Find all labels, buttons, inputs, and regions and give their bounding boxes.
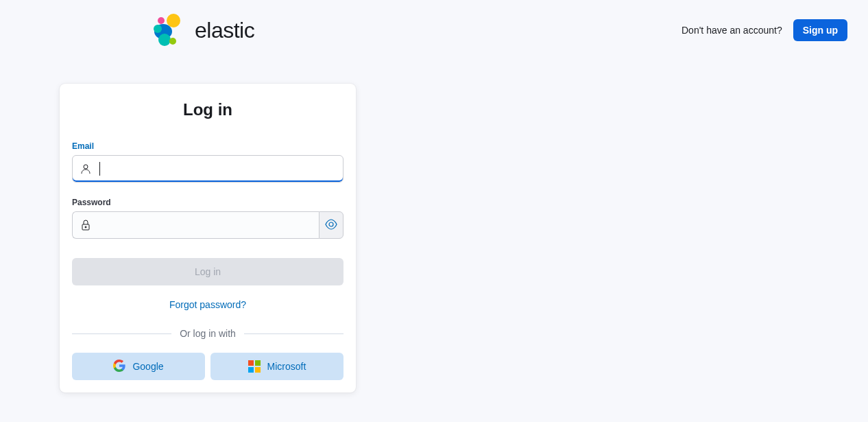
divider-line-left (72, 333, 171, 334)
microsoft-label: Microsoft (267, 361, 306, 372)
svg-point-0 (167, 14, 180, 27)
microsoft-icon (248, 360, 261, 373)
toggle-password-visibility-button[interactable] (319, 211, 343, 239)
svg-point-9 (329, 222, 333, 226)
password-input-wrap (72, 211, 343, 239)
svg-point-8 (85, 226, 86, 228)
password-input[interactable] (72, 211, 319, 239)
email-input[interactable] (72, 155, 343, 183)
text-cursor (99, 162, 100, 176)
brand-name: elastic (195, 18, 254, 43)
divider-text: Or log in with (180, 328, 236, 339)
header-actions: Don't have an account? Sign up (682, 19, 847, 41)
lock-icon (80, 220, 91, 231)
email-input-wrap (72, 155, 343, 183)
divider-line-right (244, 333, 343, 334)
social-buttons: Google Microsoft (72, 353, 343, 380)
login-button[interactable]: Log in (72, 258, 343, 285)
signup-button[interactable]: Sign up (793, 19, 847, 41)
user-icon (80, 163, 91, 174)
svg-point-6 (84, 165, 88, 169)
svg-point-1 (158, 17, 165, 24)
page-header: elastic Don't have an account? Sign up (0, 0, 868, 48)
forgot-password-link[interactable]: Forgot password? (72, 299, 343, 310)
social-divider: Or log in with (72, 328, 343, 339)
email-label: Email (72, 141, 343, 151)
eye-icon (325, 218, 337, 233)
svg-point-5 (169, 38, 176, 45)
password-label: Password (72, 198, 343, 207)
google-icon (113, 360, 125, 374)
no-account-text: Don't have an account? (682, 25, 782, 36)
svg-point-4 (158, 34, 171, 46)
elastic-logo-icon (149, 12, 185, 48)
google-label: Google (132, 361, 163, 372)
svg-point-3 (154, 25, 162, 33)
google-login-button[interactable]: Google (72, 353, 205, 380)
brand-logo: elastic (149, 12, 254, 48)
card-title: Log in (72, 100, 343, 119)
login-card: Log in Email Password (60, 84, 356, 392)
microsoft-login-button[interactable]: Microsoft (210, 353, 343, 380)
